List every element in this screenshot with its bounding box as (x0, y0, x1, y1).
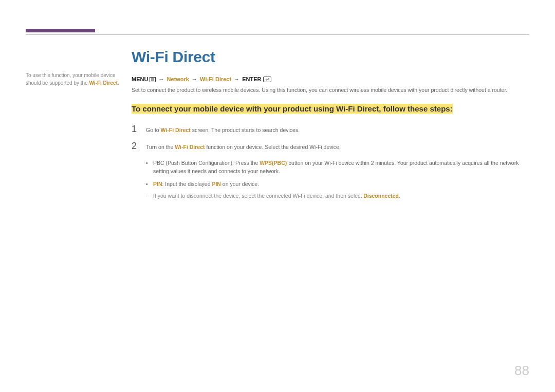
nav-arrow-2: → (191, 76, 198, 82)
bullet-2-body: PIN: Input the displayed PIN on your dev… (153, 180, 259, 188)
footnote: If you want to disconnect the device, se… (132, 192, 529, 200)
bullet-dot: • (146, 159, 153, 176)
nav-wifidirect: Wi-Fi Direct (200, 76, 231, 82)
svg-rect-4 (263, 77, 271, 82)
footnote-c: . (399, 193, 400, 199)
nav-enter: ENTER (242, 76, 261, 82)
steps-list: 1 Go to Wi-Fi Direct screen. The product… (132, 124, 529, 152)
step-2-c: function on your device. Select the desi… (205, 144, 340, 150)
step-1-number: 1 (132, 124, 146, 134)
sidebar-line1: To use this function, your mobile device (26, 72, 116, 78)
bullet-2-a: PIN (153, 181, 162, 187)
step-2-body: Turn on the Wi-Fi Direct function on you… (146, 141, 341, 152)
menu-path: MENU → Network → Wi-Fi Direct → ENTER (132, 76, 529, 83)
section-heading: To connect your mobile device with your … (132, 104, 453, 114)
bullet-dot: • (146, 180, 153, 188)
header-rule (26, 34, 529, 35)
bullet-2: • PIN: Input the displayed PIN on your d… (146, 180, 529, 188)
nav-arrow-3: → (233, 76, 240, 82)
bullet-2-d: on your device. (221, 181, 259, 187)
step-2-a: Turn on the (146, 144, 175, 150)
footnote-body: If you want to disconnect the device, se… (153, 192, 400, 200)
step-1-c: screen. The product starts to search dev… (191, 127, 300, 133)
bullet-1-a: PBC (Push Button Configuration): Press t… (153, 160, 260, 166)
nav-menu: MENU (132, 76, 148, 82)
bullet-list: • PBC (Push Button Configuration): Press… (132, 159, 529, 188)
bullet-2-b: : Input the displayed (162, 181, 212, 187)
sidebar-note: To use this function, your mobile device… (26, 72, 126, 87)
step-2-number: 2 (132, 141, 146, 151)
step-1-b: Wi-Fi Direct (161, 127, 191, 133)
sidebar-line2c: . (118, 80, 119, 86)
step-1-a: Go to (146, 127, 161, 133)
header-accent-bar (26, 29, 95, 32)
sidebar-line2a: should be supported by the (26, 80, 89, 86)
footnote-dash-icon (146, 196, 151, 196)
footnote-b: Disconnected (363, 193, 399, 199)
bullet-2-c: PIN (212, 181, 221, 187)
step-2-b: Wi-Fi Direct (175, 144, 205, 150)
bullet-1: • PBC (Push Button Configuration): Press… (146, 159, 529, 176)
page-number: 88 (514, 363, 529, 379)
bullet-1-body: PBC (Push Button Configuration): Press t… (153, 159, 529, 176)
main-content: Wi-Fi Direct MENU → Network → Wi-Fi Dire… (132, 48, 529, 200)
section-heading-wrap: To connect your mobile device with your … (132, 103, 529, 115)
footnote-a: If you want to disconnect the device, se… (153, 193, 363, 199)
nav-network: Network (167, 76, 189, 82)
step-1: 1 Go to Wi-Fi Direct screen. The product… (132, 124, 529, 135)
menu-icon (150, 77, 156, 83)
intro-text: Set to connect the product to wireless m… (132, 86, 529, 94)
sidebar-wifidirect: Wi-Fi Direct (89, 80, 117, 86)
page-title: Wi-Fi Direct (132, 48, 529, 66)
nav-arrow-1: → (158, 76, 165, 82)
enter-icon (263, 77, 271, 83)
bullet-1-b: WPS(PBC) (260, 160, 287, 166)
step-2: 2 Turn on the Wi-Fi Direct function on y… (132, 141, 529, 152)
step-1-body: Go to Wi-Fi Direct screen. The product s… (146, 124, 300, 135)
